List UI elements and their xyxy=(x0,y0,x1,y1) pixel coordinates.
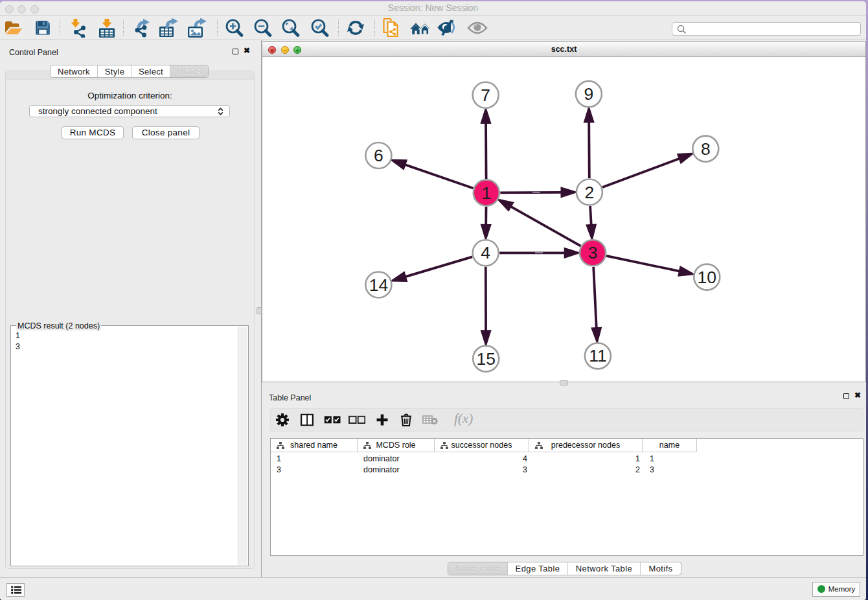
svg-text:10: 10 xyxy=(698,268,716,287)
svg-text:2: 2 xyxy=(585,183,595,202)
svg-text:6: 6 xyxy=(374,146,383,165)
svg-text:7: 7 xyxy=(481,86,490,105)
svg-text:4: 4 xyxy=(481,243,490,262)
svg-text:15: 15 xyxy=(476,349,495,369)
svg-text:11: 11 xyxy=(589,346,607,365)
svg-text:1: 1 xyxy=(481,183,491,203)
svg-text:14: 14 xyxy=(369,275,388,295)
svg-text:8: 8 xyxy=(701,139,711,159)
svg-text:3: 3 xyxy=(588,243,598,262)
svg-text:9: 9 xyxy=(584,84,594,104)
